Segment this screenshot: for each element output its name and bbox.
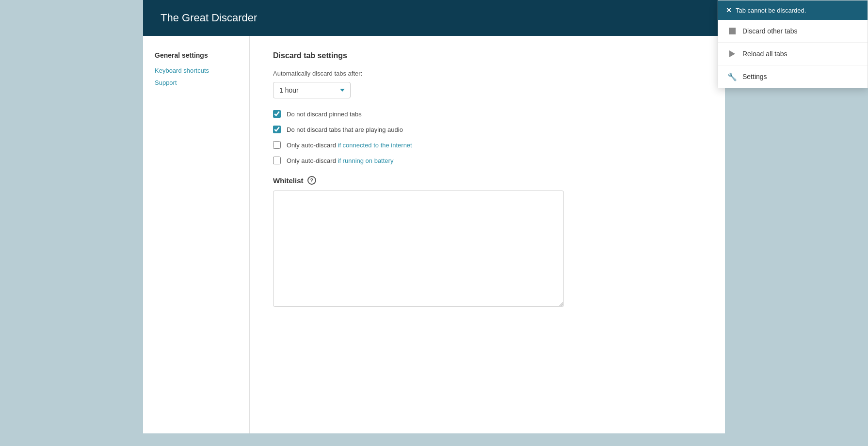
discard-other-tabs-icon bbox=[728, 27, 737, 35]
checkbox-no-pinned[interactable] bbox=[273, 110, 281, 118]
whitelist-help-icon[interactable]: ? bbox=[307, 176, 316, 185]
checkbox-no-audio[interactable] bbox=[273, 126, 281, 133]
auto-discard-label: Automatically discard tabs after: bbox=[273, 70, 702, 77]
popup-close-icon: ✕ bbox=[726, 6, 732, 14]
section-title: Discard tab settings bbox=[273, 51, 702, 60]
whitelist-title-text: Whitelist bbox=[273, 176, 304, 185]
checkbox-row-audio: Do not discard tabs that are playing aud… bbox=[273, 126, 702, 133]
app-title: The Great Discarder bbox=[161, 12, 257, 24]
popup-header-text: Tab cannot be discarded. bbox=[736, 7, 806, 14]
popup-item-discard-other-tabs[interactable]: Discard other tabs bbox=[718, 20, 868, 43]
popup-menu: ✕ Tab cannot be discarded. Discard other… bbox=[718, 0, 868, 88]
settings-label: Settings bbox=[742, 73, 767, 80]
whitelist-textarea[interactable] bbox=[273, 191, 564, 307]
reload-all-tabs-icon bbox=[728, 49, 737, 58]
time-select[interactable]: 20 minutes 30 minutes 1 hour 2 hours 3 h… bbox=[273, 82, 351, 98]
settings-icon: 🔧 bbox=[728, 72, 737, 81]
checkbox-row-internet: Only auto-discard if connected to the in… bbox=[273, 141, 702, 149]
internet-link: if connected to the internet bbox=[338, 142, 412, 149]
content-area: General settings Keyboard shortcuts Supp… bbox=[143, 36, 725, 433]
app-header: The Great Discarder bbox=[143, 0, 725, 36]
popup-menu-header: ✕ Tab cannot be discarded. bbox=[718, 0, 868, 20]
checkbox-label-pinned: Do not discard pinned tabs bbox=[287, 111, 362, 118]
sidebar-item-support[interactable]: Support bbox=[155, 79, 238, 86]
discard-other-tabs-label: Discard other tabs bbox=[742, 27, 798, 35]
whitelist-section: Whitelist ? bbox=[273, 176, 702, 185]
sidebar-item-keyboard-shortcuts[interactable]: Keyboard shortcuts bbox=[155, 67, 238, 74]
sidebar-heading: General settings bbox=[155, 51, 238, 59]
battery-link: if running on battery bbox=[338, 157, 394, 164]
checkbox-label-audio: Do not discard tabs that are playing aud… bbox=[287, 126, 403, 133]
popup-item-reload-all-tabs[interactable]: Reload all tabs bbox=[718, 43, 868, 65]
popup-item-settings[interactable]: 🔧 Settings bbox=[718, 65, 868, 88]
time-select-wrapper: 20 minutes 30 minutes 1 hour 2 hours 3 h… bbox=[273, 82, 351, 98]
checkbox-internet-only[interactable] bbox=[273, 141, 281, 149]
checkbox-row-battery: Only auto-discard if running on battery bbox=[273, 157, 702, 164]
main-panel: Discard tab settings Automatically disca… bbox=[250, 36, 725, 433]
sidebar: General settings Keyboard shortcuts Supp… bbox=[143, 36, 250, 433]
checkbox-label-battery: Only auto-discard if running on battery bbox=[287, 157, 393, 164]
checkbox-battery-only[interactable] bbox=[273, 157, 281, 164]
reload-all-tabs-label: Reload all tabs bbox=[742, 50, 788, 58]
checkbox-row-pinned: Do not discard pinned tabs bbox=[273, 110, 702, 118]
checkbox-label-internet: Only auto-discard if connected to the in… bbox=[287, 142, 412, 149]
